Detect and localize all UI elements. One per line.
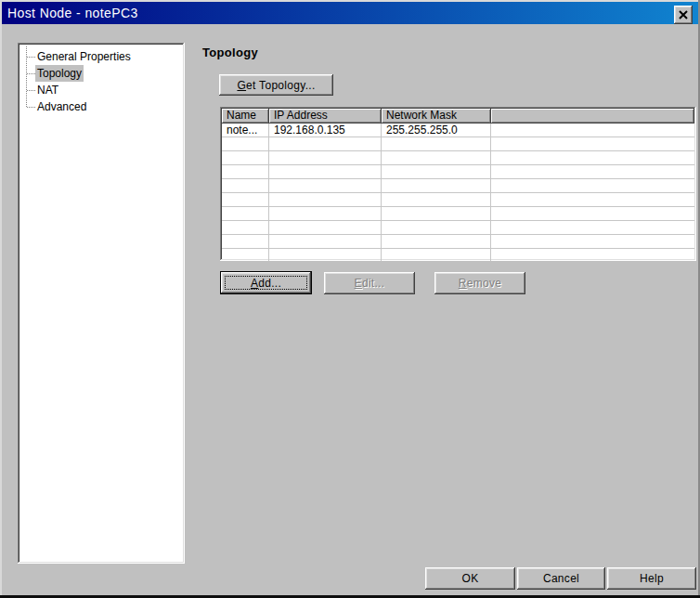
cell-name: note...	[222, 124, 269, 136]
sidebar-item-label: Advanced	[35, 98, 88, 115]
column-header-name[interactable]: Name	[222, 109, 269, 124]
sidebar-item-label: Topology	[35, 65, 84, 82]
cell-network_mask	[382, 221, 491, 234]
cell-blank	[491, 165, 694, 178]
cell-blank	[491, 124, 694, 136]
table-row-empty	[222, 151, 694, 165]
cell-name	[222, 137, 269, 150]
table-row-empty	[222, 249, 694, 261]
table-row[interactable]: note...192.168.0.135255.255.255.0	[222, 124, 694, 137]
get-topology-button[interactable]: Get Topology...	[219, 74, 333, 96]
table-header-row: NameIP AddressNetwork Mask	[222, 109, 694, 124]
titlebar: Host Node - notePC3	[2, 2, 698, 24]
cell-blank	[491, 193, 694, 206]
cell-blank	[491, 179, 694, 192]
cell-blank	[491, 235, 694, 248]
cell-blank	[491, 221, 694, 234]
get-topology-label: Get Topology...	[237, 79, 315, 92]
close-icon	[678, 10, 689, 20]
table-row-empty	[222, 193, 694, 207]
cancel-button[interactable]: Cancel	[517, 567, 605, 590]
remove-button[interactable]: Remove	[434, 272, 525, 294]
help-button[interactable]: Help	[607, 567, 696, 590]
cell-network_mask	[382, 179, 491, 192]
cell-ip_address	[269, 235, 382, 248]
cell-ip_address	[269, 193, 382, 206]
cell-name	[222, 193, 269, 206]
sidebar-item-advanced[interactable]: Advanced	[18, 98, 185, 115]
cell-name	[222, 235, 269, 248]
cell-network_mask	[382, 193, 491, 206]
column-header-ip-address[interactable]: IP Address	[269, 109, 382, 124]
cell-network_mask	[382, 207, 491, 220]
add-button-label: Add...	[251, 277, 281, 290]
ok-button-label: OK	[462, 572, 479, 585]
cell-network_mask	[382, 249, 491, 261]
cell-ip_address	[269, 221, 382, 234]
cell-network_mask: 255.255.255.0	[382, 124, 491, 136]
cell-name	[222, 221, 269, 234]
close-button[interactable]	[674, 6, 693, 24]
table-row-empty	[222, 235, 694, 249]
sidebar-item-general-properties[interactable]: General Properties	[18, 48, 185, 65]
cancel-button-label: Cancel	[543, 572, 579, 585]
table-body: note...192.168.0.135255.255.255.0	[222, 124, 694, 261]
cell-network_mask	[382, 137, 491, 150]
cell-network_mask	[382, 165, 491, 178]
cell-name	[222, 165, 269, 178]
add-button[interactable]: Add...	[221, 272, 311, 293]
table-row-empty	[222, 137, 694, 151]
cell-ip_address	[269, 207, 382, 220]
cell-blank	[491, 151, 694, 164]
table-row-empty	[222, 165, 694, 179]
table-row-empty	[222, 207, 694, 221]
sidebar-item-label: NAT	[35, 82, 60, 98]
column-header-blank[interactable]	[491, 109, 694, 124]
cell-ip_address: 192.168.0.135	[269, 124, 382, 136]
cell-name	[222, 207, 269, 220]
cell-network_mask	[382, 235, 491, 248]
sidebar-item-label: General Properties	[35, 48, 133, 65]
cell-name	[222, 151, 269, 164]
window-title: Host Node - notePC3	[7, 2, 138, 24]
remove-button-label: Remove	[459, 277, 502, 290]
edit-button-label: Edit...	[355, 277, 385, 290]
column-header-network-mask[interactable]: Network Mask	[382, 109, 491, 124]
table-row-empty	[222, 179, 694, 193]
sidebar-item-nat[interactable]: NAT	[18, 82, 185, 98]
sidebar-item-topology[interactable]: Topology	[18, 65, 185, 82]
cell-network_mask	[382, 151, 491, 164]
cell-blank	[491, 207, 694, 220]
dialog-window: Host Node - notePC3 General PropertiesTo…	[0, 0, 700, 598]
ok-button[interactable]: OK	[425, 567, 515, 590]
edit-button[interactable]: Edit...	[324, 272, 415, 294]
nav-tree: General PropertiesTopologyNATAdvanced	[18, 43, 185, 564]
topology-table: NameIP AddressNetwork Mask note...192.16…	[220, 107, 696, 261]
cell-blank	[491, 249, 694, 261]
cell-name	[222, 249, 269, 261]
cell-blank	[491, 137, 694, 150]
cell-name	[222, 179, 269, 192]
cell-ip_address	[269, 137, 382, 150]
page-title: Topology	[202, 46, 258, 59]
cell-ip_address	[269, 249, 382, 261]
cell-ip_address	[269, 165, 382, 178]
help-button-label: Help	[640, 572, 664, 585]
table-row-empty	[222, 221, 694, 235]
cell-ip_address	[269, 179, 382, 192]
cell-ip_address	[269, 151, 382, 164]
